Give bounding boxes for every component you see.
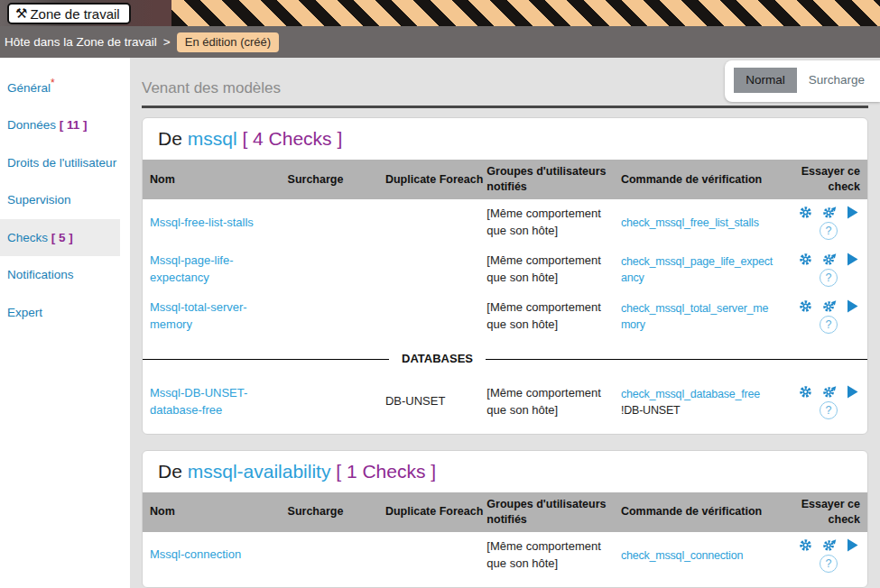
table-header-row: Nom Surcharge Duplicate Foreach Groupes … (143, 492, 867, 532)
table-row: Mssql-page-life-expectancy [Même comport… (143, 246, 867, 293)
col-header-commande: Commande de vérification (614, 160, 781, 199)
sidebar-item-label: Expert (7, 306, 42, 319)
table-header-row: Nom Surcharge Duplicate Foreach Groupes … (143, 160, 867, 199)
tools-icon: ⚒ (15, 7, 27, 21)
gear-sync-icon[interactable] (822, 538, 837, 552)
notified-groups-cell: [Même comportement que son hôte] (479, 532, 614, 579)
sidebar-item-expert[interactable]: Expert (0, 294, 130, 332)
gear-icon[interactable] (799, 385, 812, 399)
table-row: Mssql-DB-UNSET-database-free DB-UNSET [M… (143, 379, 867, 426)
panel-title-prefix: De (158, 128, 182, 149)
actions-cell: ? (781, 379, 867, 426)
check-name-link[interactable]: Mssql-total-server-memory (150, 300, 247, 331)
gear-sync-icon[interactable] (822, 253, 837, 266)
col-header-nom: Nom (143, 160, 281, 199)
surcharge-cell (281, 532, 378, 579)
actions-cell: ? (781, 246, 867, 293)
col-header-surcharge: Surcharge (281, 160, 378, 199)
panel-check-count: [ 4 Checks ] (242, 128, 342, 149)
sidebar-item-count: [ 5 ] (51, 231, 73, 244)
play-icon[interactable] (847, 206, 858, 219)
gear-sync-icon[interactable] (822, 299, 837, 313)
sidebar: Général* Données [ 11 ] Droits de l'util… (0, 58, 130, 588)
col-header-duplicate-foreach: Duplicate Foreach (378, 492, 479, 532)
gear-sync-icon[interactable] (822, 206, 837, 219)
play-icon[interactable] (847, 253, 858, 266)
panel-title-prefix: De (158, 461, 182, 482)
help-icon[interactable]: ? (820, 401, 838, 419)
table-row: Mssql-connection [Même comportement que … (143, 532, 867, 579)
check-name-link[interactable]: Mssql-page-life-expectancy (150, 253, 233, 284)
col-header-essayer: Essayer ce check (781, 160, 867, 199)
gear-icon[interactable] (799, 253, 812, 266)
group-separator-label: DATABASES (389, 351, 486, 368)
actions-cell: ? (781, 532, 867, 579)
actions-cell: ? (781, 293, 867, 340)
check-name-link[interactable]: Mssql-connection (150, 547, 241, 561)
command-link[interactable]: check_mssql_database_free (621, 388, 760, 400)
surcharge-cell (281, 293, 378, 340)
help-icon[interactable]: ? (820, 555, 838, 573)
duplicate-foreach-cell (378, 246, 479, 293)
actions-cell: ? (781, 199, 867, 246)
surcharge-cell (281, 199, 378, 246)
sidebar-item-general[interactable]: Général* (0, 66, 130, 106)
col-header-nom: Nom (143, 492, 281, 532)
status-badge: En édition (créé) (177, 32, 279, 52)
gear-icon[interactable] (799, 299, 812, 313)
command-link[interactable]: check_mssql_free_list_stalls (621, 216, 759, 229)
group-separator-row: DATABASES (143, 340, 867, 379)
toggle-normal-button[interactable]: Normal (734, 68, 797, 93)
table-row: Mssql-free-list-stalls [Même comportemen… (143, 199, 867, 246)
sidebar-item-label: Général (7, 81, 51, 95)
notified-groups-cell: [Même comportement que son hôte] (479, 199, 614, 246)
sidebar-item-count: [ 11 ] (60, 118, 88, 132)
help-icon[interactable]: ? (820, 222, 838, 240)
sidebar-item-donnees[interactable]: Données [ 11 ] (0, 106, 130, 144)
required-marker: * (51, 77, 55, 89)
gear-icon[interactable] (799, 206, 812, 219)
col-header-commande: Commande de vérification (614, 492, 781, 532)
panel-mssql-availability: De mssql-availability [ 1 Checks ] Nom S… (142, 450, 868, 588)
breadcrumb-separator: > (163, 35, 171, 49)
command-link[interactable]: check_mssql_total_server_memory (621, 302, 768, 331)
play-icon[interactable] (847, 299, 858, 313)
command-link[interactable]: check_mssql_page_life_expectancy (621, 255, 773, 284)
col-header-surcharge: Surcharge (281, 492, 378, 532)
breadcrumb: Hôte dans la Zone de travail > En éditio… (0, 26, 880, 58)
gear-sync-icon[interactable] (822, 385, 837, 399)
sidebar-item-label: Données (7, 118, 56, 132)
command-argument: !DB-UNSET (621, 402, 681, 418)
sidebar-item-supervision[interactable]: Supervision (0, 181, 130, 219)
notified-groups-cell: [Même comportement que son hôte] (479, 379, 614, 426)
template-link[interactable]: mssql (188, 128, 237, 149)
toggle-surcharge-button[interactable]: Surcharge (797, 68, 876, 93)
help-icon[interactable]: ? (820, 269, 838, 287)
command-link[interactable]: check_mssql_connection (621, 549, 743, 562)
separator-line (143, 359, 389, 360)
play-icon[interactable] (847, 538, 858, 552)
check-name-link[interactable]: Mssql-free-list-stalls (150, 216, 254, 229)
sidebar-item-checks[interactable]: Checks [ 5 ] (0, 219, 120, 257)
main-content: Normal Surcharge Venant des modèles De m… (130, 58, 880, 588)
panel-title: De mssql-availability [ 1 Checks ] (143, 451, 867, 492)
duplicate-foreach-cell (378, 293, 479, 340)
panel-check-count: [ 1 Checks ] (336, 461, 436, 482)
breadcrumb-path: Hôte dans la Zone de travail (5, 35, 157, 49)
panel-title: De mssql [ 4 Checks ] (143, 118, 867, 160)
help-icon[interactable]: ? (820, 316, 838, 334)
workspace-button[interactable]: ⚒ Zone de travail (7, 3, 131, 24)
separator-line (486, 359, 867, 360)
duplicate-foreach-cell (378, 199, 479, 246)
template-link[interactable]: mssql-availability (188, 461, 331, 482)
workspace-button-label: Zone de travail (30, 6, 119, 22)
col-header-essayer: Essayer ce check (781, 492, 867, 532)
play-icon[interactable] (847, 385, 858, 399)
sidebar-item-notifications[interactable]: Notifications (0, 256, 130, 294)
check-name-link[interactable]: Mssql-DB-UNSET-database-free (150, 386, 247, 417)
sidebar-item-droits[interactable]: Droits de l'utilisateur (0, 144, 130, 182)
duplicate-foreach-cell (378, 532, 479, 579)
panel-mssql: De mssql [ 4 Checks ] Nom Surcharge Dupl… (142, 117, 868, 435)
gear-icon[interactable] (799, 538, 812, 552)
notified-groups-cell: [Même comportement que son hôte] (479, 293, 614, 340)
